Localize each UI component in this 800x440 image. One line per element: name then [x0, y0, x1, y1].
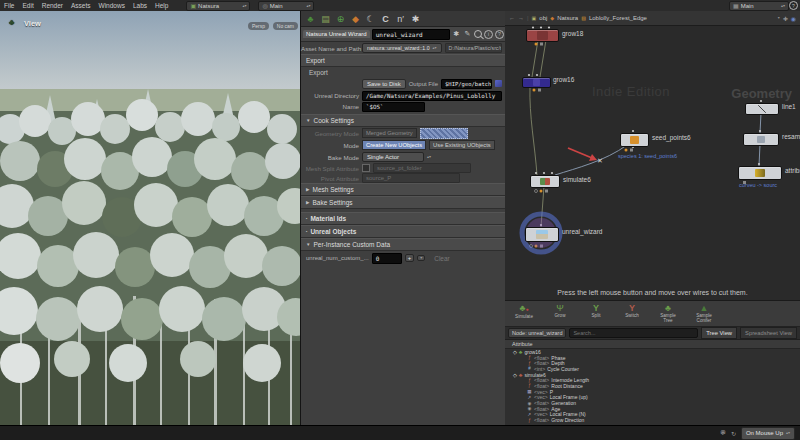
geometry-mode-merged[interactable]: Merged Geometry	[362, 128, 417, 138]
gear-tab-icon[interactable]: ✱	[410, 13, 421, 24]
node-resample1[interactable]	[743, 133, 779, 146]
increment-button[interactable]: +	[405, 254, 415, 262]
message-bubble-icon[interactable]: 💬︎	[720, 430, 726, 436]
node-grow18[interactable]	[526, 29, 559, 42]
chevron-updown-icon: ▴▾	[781, 4, 785, 8]
pane-selector[interactable]: ◎ Main ▴▾	[258, 1, 314, 11]
forward-icon[interactable]: →	[518, 15, 524, 21]
per-instance-header[interactable]: ▼Per-Instance Custom Data	[301, 238, 506, 251]
camera-badge[interactable]: Persp	[248, 14, 269, 32]
recook-icon[interactable]: C	[380, 13, 391, 24]
globe-tab-icon[interactable]: ⊕	[335, 13, 346, 24]
node-simulate6[interactable]	[530, 175, 560, 188]
menu-windows[interactable]: Windows	[95, 2, 129, 9]
fox-tab-icon[interactable]: ◆	[350, 13, 361, 24]
desktop-selector-label: Natsura	[198, 3, 219, 9]
tool-grow[interactable]: Ψ Grow	[547, 303, 573, 318]
node-attribremap1[interactable]	[738, 166, 782, 180]
vector-attr-icon: ▦	[527, 389, 532, 394]
material-ids-header[interactable]: ▪Material Ids	[301, 212, 506, 225]
tool-sample-tree[interactable]: ♣ Sample Tree	[655, 303, 681, 323]
menu-labs[interactable]: Labs	[129, 2, 151, 9]
desktop-selector[interactable]: ▣ Natsura ▴▾	[186, 1, 250, 11]
file-chooser-icon[interactable]	[495, 80, 502, 87]
search-icon[interactable]	[474, 30, 482, 38]
gear-icon[interactable]: ✱	[452, 30, 461, 38]
update-mode-select[interactable]: On Mouse Up ▴▾	[741, 427, 795, 440]
forest-render	[0, 11, 300, 425]
breadcrumb-current[interactable]: Loblolly_Forest_Edge	[589, 15, 647, 21]
export-folder-row[interactable]: Export	[301, 67, 506, 77]
save-to-disk-button[interactable]: Save to Disk	[362, 79, 406, 89]
chevron-updown-icon[interactable]: ▴▾	[427, 155, 431, 159]
tree-attr-grow-direction[interactable]: ƒ <float>Grow Direction	[505, 417, 800, 423]
geometry-mode-selected[interactable]	[420, 128, 468, 139]
nodes-icon[interactable]: n′	[395, 13, 406, 24]
tool-simulate[interactable]: ♣● Simulate	[511, 303, 537, 319]
chevron-updown-icon: ▴▾	[433, 46, 437, 50]
asset-path-field[interactable]: D:/Natsura/Plastic/src/tools/houdini/hou…	[445, 43, 502, 53]
mesh-split-checkbox[interactable]	[362, 164, 370, 172]
mesh-settings-header[interactable]: ▶Mesh Settings	[301, 183, 506, 196]
refresh-icon[interactable]: ↻	[731, 430, 736, 437]
tree-view-button[interactable]: Tree View	[701, 327, 737, 339]
image-tab-icon[interactable]: ▤	[320, 13, 331, 24]
float-attr-icon: ƒ	[527, 378, 532, 383]
bake-mode-select[interactable]: Single Actor	[362, 152, 424, 162]
node-simulate6-label: simulate6	[563, 176, 591, 183]
parameter-panel: ♣ ▤ ⊕ ◆ ☾ C n′ ✱ Natsura Unreal Wizard u…	[300, 11, 506, 425]
tool-switch[interactable]: Y Switch	[619, 303, 645, 318]
breadcrumb-obj[interactable]: obj	[539, 15, 547, 21]
mode-create-new[interactable]: Create New UObjects	[362, 140, 426, 150]
bake-settings-header[interactable]: ▶Bake Settings	[301, 196, 506, 209]
node-unreal-wizard[interactable]	[525, 227, 559, 242]
right-pane-selector[interactable]: ▦ Main ▴▾	[729, 1, 789, 11]
moon-tab-icon[interactable]: ☾	[365, 13, 376, 24]
pen-icon[interactable]: ✎	[463, 30, 472, 38]
clear-button[interactable]: Clear	[434, 255, 450, 262]
asset-name-row: Asset Name and Path natsura::unreal_wiza…	[301, 42, 506, 54]
scene-viewport[interactable]: ♣ View Persp No cam	[0, 11, 300, 425]
help-icon[interactable]: ?	[789, 1, 798, 10]
export-section-header[interactable]: Export	[301, 54, 506, 67]
add-pane-icon[interactable]: ✚	[783, 15, 788, 22]
operator-type-tab[interactable]: Natsura Unreal Wizard	[303, 30, 370, 38]
menu-edit[interactable]: Edit	[18, 2, 37, 9]
tool-sample-conifer[interactable]: ▲ Sample Conifer	[691, 303, 717, 323]
search-input[interactable]	[569, 328, 698, 338]
back-icon[interactable]: ←	[509, 15, 515, 21]
no-cam-badge[interactable]: No cam	[273, 14, 298, 32]
ladder-button[interactable]: ▾	[417, 255, 425, 261]
custom-data-field[interactable]: 0	[372, 253, 402, 264]
float-attr-icon: ƒ	[527, 383, 532, 388]
node-grow16[interactable]	[522, 77, 551, 88]
network-editor[interactable]: Indie Edition Geometry ✕	[505, 26, 800, 300]
asset-name-label: Asset Name and Path	[301, 45, 359, 52]
name-field[interactable]: `$OS`	[362, 102, 425, 112]
asset-definition-select[interactable]: natsura::unreal_wizard::1.0 ▴▾	[362, 43, 442, 53]
breadcrumb-natsura[interactable]: Natsura	[557, 15, 578, 21]
spreadsheet-view-button[interactable]: Spreadsheet View	[740, 327, 797, 339]
split-icon: Y	[593, 303, 599, 313]
help-icon[interactable]: ?	[495, 30, 504, 39]
menu-render[interactable]: Render	[38, 2, 67, 9]
cook-settings-header[interactable]: ▼Cook Settings	[301, 114, 506, 127]
menu-file[interactable]: File	[0, 2, 18, 9]
node-seed-points6[interactable]	[620, 133, 649, 147]
menu-assets[interactable]: Assets	[67, 2, 95, 9]
operator-name-field[interactable]: unreal_wizard	[372, 29, 450, 40]
unreal-objects-header[interactable]: ▪Unreal Objects	[301, 225, 506, 238]
node-line1[interactable]	[745, 103, 779, 115]
tool-split[interactable]: Y Split	[583, 303, 609, 318]
output-file-field[interactable]: $HIP/geo/batch/`chs("nam	[441, 79, 492, 89]
obj-icon: ▣	[532, 15, 537, 21]
pin-icon[interactable]: ◉	[791, 15, 796, 22]
info-icon[interactable]: i	[484, 30, 493, 39]
sample-tree-icon: ♣	[665, 303, 671, 313]
tree-tab-icon[interactable]: ♣	[305, 13, 316, 24]
unreal-directory-field[interactable]: /Game/Natsura/Examples/Pinus_Loblolly	[362, 91, 502, 101]
menu-help[interactable]: Help	[151, 2, 172, 9]
mode-use-existing[interactable]: Use Existing UObjects	[429, 140, 495, 150]
chevron-down-icon[interactable]: ▾	[778, 16, 780, 20]
pivot-row: Pivot Attribute source_P	[301, 173, 506, 183]
